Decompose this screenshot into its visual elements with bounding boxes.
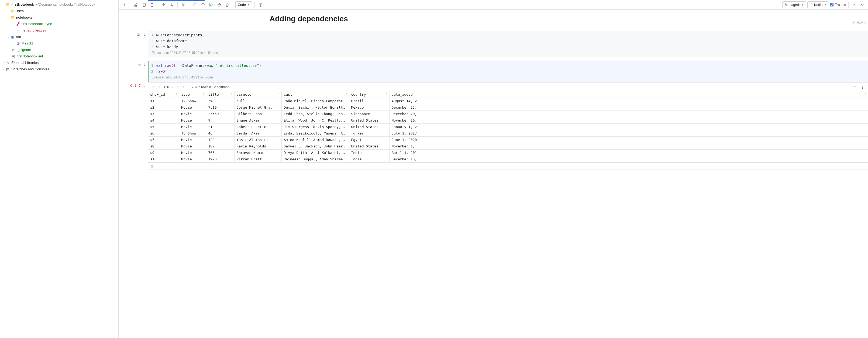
table-cell[interactable]: Elijah Wood, John C. Reilly, … — [281, 117, 349, 124]
table-cell[interactable]: December 23, — [389, 104, 868, 111]
cell-type-select[interactable]: Code ▼ — [235, 1, 252, 8]
add-cell-button[interactable] — [121, 1, 128, 8]
table-row[interactable]: s8Movie187Kevin ReynoldsSamuel L. Jackso… — [148, 143, 868, 150]
column-header[interactable]: country▴ ▾ — [349, 91, 389, 98]
open-external-button[interactable]: ↗ — [852, 85, 857, 89]
trusted-checkbox[interactable]: Trusted — [830, 3, 846, 7]
move-up-button[interactable] — [160, 1, 167, 8]
restart-button[interactable] — [199, 1, 207, 8]
table-cell[interactable]: November 1, — [389, 143, 868, 150]
table-cell[interactable]: Erdal Beşikçioğlu, Yasemin Al… — [281, 130, 349, 137]
table-cell[interactable]: Brazil — [349, 98, 389, 104]
table-cell[interactable]: s6 — [148, 130, 179, 137]
sort-icon[interactable]: ▴ ▾ — [231, 92, 232, 96]
table-cell[interactable]: July 1, 2017 — [389, 130, 868, 137]
stop-button[interactable] — [191, 1, 198, 8]
chevron-down-icon[interactable]: ⌄ — [1, 3, 5, 6]
table-cell[interactable]: 122 — [206, 137, 234, 143]
table-cell[interactable]: 9 — [206, 117, 234, 124]
dataframe-table[interactable]: show_id▴ ▾type▴ ▾title▴ ▾director▴ ▾cast… — [148, 91, 868, 162]
sort-icon[interactable]: ▴ ▾ — [176, 92, 177, 96]
table-cell[interactable]: 7:19 — [206, 104, 234, 111]
move-down-button[interactable] — [168, 1, 175, 8]
table-cell[interactable]: TV Show — [179, 98, 206, 104]
table-row[interactable]: s7Movie122Yasir Al YasiriAmina Khalil, A… — [148, 137, 868, 143]
table-cell[interactable]: Amina Khalil, Ahmed Dawood, T… — [281, 137, 349, 143]
run-cell-button[interactable] — [180, 1, 187, 8]
code-cell-active[interactable]: In 7 1val rawDf = DataFrame.read("netfli… — [119, 61, 868, 82]
table-cell[interactable]: United States — [349, 117, 389, 124]
collapse-up-button[interactable] — [851, 1, 858, 8]
tree-file-iml[interactable]: ▣ firstNotebook.iml — [0, 53, 118, 59]
chevron-right-icon[interactable]: › — [1, 68, 5, 71]
clear-outputs-button[interactable] — [216, 1, 223, 8]
table-cell[interactable]: June 1, 2020 — [389, 137, 868, 143]
sort-icon[interactable]: ▴ ▾ — [346, 92, 347, 96]
tree-file-csv[interactable]: ≡ netflix_titles.csv — [0, 27, 118, 33]
table-row[interactable]: s2Movie7:19Jorge Michel GrauDemián Bichi… — [148, 104, 868, 111]
page-last-button[interactable]: ›| — [182, 85, 186, 89]
download-button[interactable]: ⭳ — [860, 85, 865, 89]
table-cell[interactable]: Shravan Kumar — [234, 150, 281, 156]
table-cell[interactable]: Movie — [179, 111, 206, 117]
table-row[interactable]: s1TV Show3%nullJoão Miguel, Bianca Compa… — [148, 98, 868, 104]
table-cell[interactable]: Movie — [179, 143, 206, 150]
table-cell[interactable]: Movie — [179, 124, 206, 130]
chevron-down-icon[interactable]: ⌄ — [6, 35, 10, 38]
table-cell[interactable]: Vikram Bhatt — [234, 156, 281, 162]
markdown-heading[interactable]: Adding dependencies — [270, 14, 868, 23]
table-cell[interactable]: Singapore — [349, 111, 389, 117]
table-cell[interactable]: s4 — [148, 117, 179, 124]
table-icon[interactable]: ⊞ — [151, 164, 154, 168]
chevron-right-icon[interactable]: › — [6, 9, 10, 12]
table-row[interactable]: s10Movie1920Vikram BhattRajneesh Duggal,… — [148, 156, 868, 162]
table-cell[interactable]: United States — [349, 143, 389, 150]
copy-button[interactable] — [141, 1, 148, 8]
table-cell[interactable]: 46 — [206, 130, 234, 137]
tree-node-scratches[interactable]: › ▤ Scratches and Consoles — [0, 66, 118, 72]
column-header[interactable]: show_id▴ ▾ — [148, 91, 179, 98]
table-cell[interactable]: null — [234, 98, 281, 104]
chevron-down-icon[interactable]: ⌄ — [144, 84, 146, 87]
table-row[interactable]: s5Movie21Robert LuketicJim Sturgess, Kev… — [148, 124, 868, 130]
tree-node-src[interactable]: ⌄ ▣ src — [0, 33, 118, 40]
table-row[interactable]: s9Movie706Shravan KumarDivya Dutta, Atul… — [148, 150, 868, 156]
table-cell[interactable]: 3% — [206, 98, 234, 104]
tree-node-notebooks[interactable]: ⌄ 📁 notebooks — [0, 14, 118, 21]
table-cell[interactable]: Movie — [179, 117, 206, 124]
tree-node-external-libs[interactable]: › ⑃ External Libraries — [0, 59, 118, 66]
column-header[interactable]: type▴ ▾ — [179, 91, 206, 98]
tree-node-idea[interactable]: › 📁 .idea — [0, 7, 118, 14]
sort-icon[interactable]: ▴ ▾ — [203, 92, 204, 96]
table-cell[interactable]: Serdar Akar — [234, 130, 281, 137]
code-cell[interactable]: In 5 1%useLatestDescriptors 2%use datafr… — [119, 31, 868, 57]
table-cell[interactable]: s9 — [148, 150, 179, 156]
tree-file-gitignore[interactable]: ⊘ .gitignore — [0, 47, 118, 53]
table-cell[interactable]: Mexico — [349, 104, 389, 111]
table-cell[interactable]: Movie — [179, 104, 206, 111]
column-header[interactable]: date_added▴ ▾ — [389, 91, 868, 98]
chevron-right-icon[interactable]: › — [1, 61, 5, 64]
table-cell[interactable]: s5 — [148, 124, 179, 130]
column-header[interactable]: cast▴ ▾ — [281, 91, 349, 98]
table-cell[interactable]: Gilbert Chan — [234, 111, 281, 117]
table-cell[interactable]: United States — [349, 124, 389, 130]
table-cell[interactable]: Shane Acker — [234, 117, 281, 124]
table-cell[interactable]: Tedd Chan, Stella Chung, Henl… — [281, 111, 349, 117]
table-cell[interactable]: Samuel L. Jackson, John Heard… — [281, 143, 349, 150]
table-cell[interactable]: TV Show — [179, 130, 206, 137]
collapse-down-button[interactable] — [859, 1, 866, 8]
table-cell[interactable]: s8 — [148, 143, 179, 150]
table-cell[interactable]: Rajneesh Duggal, Adah Sharma,… — [281, 156, 349, 162]
table-cell[interactable]: s3 — [148, 111, 179, 117]
sort-icon[interactable]: ▴ ▾ — [278, 92, 280, 96]
table-cell[interactable]: s1 — [148, 98, 179, 104]
table-cell[interactable]: Egypt — [349, 137, 389, 143]
chevron-down-icon[interactable]: ⌄ — [6, 16, 10, 19]
table-cell[interactable]: s2 — [148, 104, 179, 111]
table-cell[interactable]: April 1, 201 — [389, 150, 868, 156]
table-cell[interactable]: India — [349, 156, 389, 162]
managed-select[interactable]: Managed: ▼ — [782, 1, 806, 8]
table-cell[interactable]: 1920 — [206, 156, 234, 162]
tree-file-main-kt[interactable]: ◪ Main.kt — [0, 40, 118, 47]
